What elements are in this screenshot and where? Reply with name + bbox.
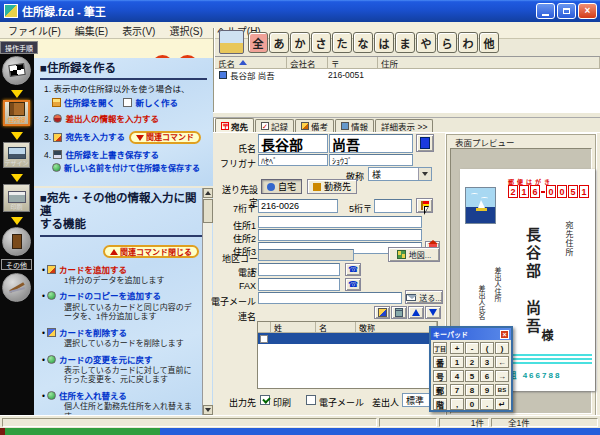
key-close-paren[interactable]: ) bbox=[495, 342, 509, 354]
key-backspace[interactable]: BS bbox=[495, 384, 509, 396]
joint-col-honorific[interactable]: 敬称 bbox=[356, 322, 437, 333]
joint-move-down-button[interactable] bbox=[425, 306, 441, 319]
goal-icon[interactable] bbox=[2, 56, 31, 85]
zip5-input[interactable] bbox=[374, 199, 412, 213]
close-button[interactable]: × bbox=[578, 3, 597, 19]
kana-filter-ra[interactable]: ら bbox=[437, 32, 457, 53]
fax-dial-button[interactable]: ☎ bbox=[345, 278, 361, 291]
kana-filter-ka[interactable]: か bbox=[290, 32, 310, 53]
scroll-up-button[interactable] bbox=[203, 188, 213, 198]
joint-move-up-button[interactable] bbox=[408, 306, 424, 319]
kana-filter-sa[interactable]: さ bbox=[311, 32, 331, 53]
tab-recipient[interactable]: 〒宛先 bbox=[215, 118, 254, 132]
kana-filter-ma[interactable]: ま bbox=[395, 32, 415, 53]
rail-item-other[interactable]: その他 bbox=[1, 259, 32, 270]
tab-notes[interactable]: 備考 bbox=[295, 119, 334, 132]
key-7[interactable]: 7 bbox=[450, 384, 464, 396]
key-open-paren[interactable]: ( bbox=[480, 342, 494, 354]
add-card-link[interactable]: カードを追加する bbox=[59, 265, 127, 275]
key-right-arrow[interactable]: → bbox=[495, 370, 509, 382]
keypad-close-icon[interactable]: × bbox=[500, 330, 509, 339]
addr2-input[interactable] bbox=[258, 229, 422, 241]
joint-add-button[interactable] bbox=[374, 306, 390, 319]
restore-button[interactable] bbox=[557, 3, 576, 19]
rail-item-design[interactable]: デザイン bbox=[3, 142, 30, 168]
tab-detail-view[interactable]: 詳細表示 >> bbox=[375, 119, 433, 132]
close-related-commands-button[interactable]: 関連コマンド閉じる bbox=[103, 245, 199, 258]
email-input[interactable] bbox=[258, 292, 402, 304]
key-0[interactable]: 0 bbox=[465, 398, 479, 410]
joint-row-selected[interactable] bbox=[258, 333, 437, 344]
office-toggle-button[interactable]: 勤務先 bbox=[307, 179, 357, 194]
kana-filter-all[interactable]: 全 bbox=[248, 32, 268, 53]
swap-address-link[interactable]: 住所を入れ替える bbox=[59, 391, 127, 401]
undo-card-link[interactable]: カードの変更を元に戻す bbox=[59, 355, 153, 365]
column-header-company[interactable]: 会社名 bbox=[287, 57, 328, 69]
kana-filter-ya[interactable]: や bbox=[416, 32, 436, 53]
key-1[interactable]: 1 bbox=[450, 356, 464, 368]
tab-record[interactable]: ✓記録 bbox=[255, 119, 294, 132]
joint-col-lastname[interactable]: 姓 bbox=[271, 322, 316, 333]
key-enter[interactable]: ↵ bbox=[495, 398, 509, 410]
delete-card-link[interactable]: カードを削除する bbox=[59, 328, 127, 338]
send-mail-button[interactable]: 送る... bbox=[405, 290, 443, 304]
joint-col-firstname[interactable]: 名 bbox=[316, 322, 356, 333]
tab-info[interactable]: 情報 bbox=[335, 119, 374, 132]
create-new-link[interactable]: 新しく作る bbox=[135, 98, 178, 108]
save-as-link[interactable]: 新しい名前を付けて住所録を保存する bbox=[64, 164, 200, 173]
card-row[interactable]: 長谷部 尚吾 216-0051 bbox=[215, 69, 600, 81]
tel-input[interactable] bbox=[258, 263, 340, 276]
kana-filter-a[interactable]: あ bbox=[269, 32, 289, 53]
key-minus[interactable]: - bbox=[465, 342, 479, 354]
key-9[interactable]: 9 bbox=[480, 384, 494, 396]
zip7-input[interactable] bbox=[258, 199, 338, 213]
menu-select[interactable]: 選択(S) bbox=[169, 23, 202, 38]
joint-row-checkbox[interactable] bbox=[260, 335, 268, 343]
related-commands-button[interactable]: 関連コマンド bbox=[129, 131, 201, 144]
tel-dial-button[interactable]: ☎ bbox=[345, 263, 361, 276]
enter-recipient-link[interactable]: 宛先を入力する bbox=[65, 132, 125, 143]
minimize-button[interactable] bbox=[536, 3, 555, 19]
kana-filter-na[interactable]: な bbox=[353, 32, 373, 53]
kana-filter-other[interactable]: 他 bbox=[479, 32, 499, 53]
kana-filter-ta[interactable]: た bbox=[332, 32, 352, 53]
key-3[interactable]: 3 bbox=[480, 356, 494, 368]
name-dictionary-button[interactable] bbox=[416, 134, 434, 152]
rail-item-print[interactable]: 印刷 bbox=[3, 184, 30, 212]
key-ban[interactable]: 番 bbox=[433, 356, 447, 368]
honorific-select[interactable]: 様 bbox=[368, 167, 432, 181]
key-4[interactable]: 4 bbox=[450, 370, 464, 382]
key-kai[interactable]: 階 bbox=[433, 398, 447, 410]
copy-card-link[interactable]: カードのコピーを追加する bbox=[59, 291, 161, 301]
key-left-arrow[interactable]: ← bbox=[495, 356, 509, 368]
scroll-down-button[interactable] bbox=[203, 405, 213, 415]
email-checkbox[interactable] bbox=[306, 395, 316, 405]
column-header-name[interactable]: 氏名 bbox=[215, 57, 287, 69]
key-8[interactable]: 8 bbox=[465, 384, 479, 396]
tools-icon[interactable] bbox=[2, 273, 31, 302]
joint-delete-button[interactable] bbox=[391, 306, 407, 319]
column-header-address[interactable]: 住所 bbox=[378, 57, 600, 69]
print-checkbox[interactable] bbox=[260, 395, 270, 405]
card-file-icon[interactable] bbox=[219, 30, 244, 54]
key-6[interactable]: 6 bbox=[480, 370, 494, 382]
rail-item-addressbook[interactable]: 住所録 bbox=[3, 100, 30, 126]
key-plus[interactable]: + bbox=[450, 342, 464, 354]
district-input[interactable] bbox=[258, 249, 354, 261]
key-choume[interactable]: 丁目 bbox=[433, 342, 447, 354]
key-gou[interactable]: 号 bbox=[433, 370, 447, 382]
home-toggle-button[interactable]: 自宅 bbox=[261, 179, 302, 194]
firstname-input[interactable] bbox=[329, 134, 413, 153]
key-2[interactable]: 2 bbox=[465, 356, 479, 368]
menu-view[interactable]: 表示(V) bbox=[122, 23, 155, 38]
save-overwrite-link[interactable]: 住所録を上書き保存する bbox=[65, 150, 159, 160]
key-comma[interactable]: , bbox=[450, 398, 464, 410]
key-5[interactable]: 5 bbox=[465, 370, 479, 382]
enter-sender-link[interactable]: 差出人の情報を入力する bbox=[65, 114, 159, 124]
kana-filter-ha[interactable]: は bbox=[374, 32, 394, 53]
column-header-zip[interactable]: 〒 bbox=[328, 57, 378, 69]
storage-icon[interactable] bbox=[2, 227, 31, 256]
key-yuu[interactable]: 郵 bbox=[433, 384, 447, 396]
map-button[interactable]: 地図... bbox=[388, 247, 440, 262]
lastname-input[interactable] bbox=[258, 134, 328, 153]
